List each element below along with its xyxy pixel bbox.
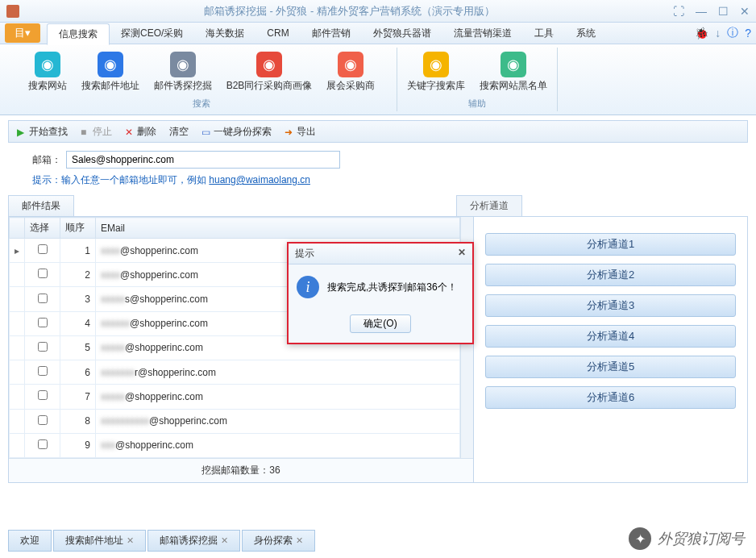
ribbon-搜索网站黑名单[interactable]: ◉搜索网站黑名单 (473, 48, 554, 96)
result-tabs: 邮件结果 分析通道 (8, 195, 748, 217)
menu-crm[interactable]: CRM (255, 24, 300, 42)
menu-mail-marketing[interactable]: 邮件营销 (301, 23, 362, 44)
row-order: 6 (60, 360, 96, 385)
table-row[interactable]: 6xxxxxxxr@shopperinc.com (10, 360, 460, 385)
ribbon: ◉搜索网站◉搜索邮件地址◉邮件诱探挖掘◉B2B同行采购商画像◉展会采购商 搜索 … (0, 44, 756, 115)
ribbon-group-search-label: 搜索 (193, 96, 210, 111)
dialog-title: 提示 (295, 247, 314, 260)
menu-customs[interactable]: 海关数据 (194, 23, 255, 44)
message-dialog: 提示 ✕ i 搜索完成,共诱探到邮箱36个！ 确定(O) (287, 242, 474, 344)
bottom-tab-bar: 欢迎搜索邮件地址✕邮箱诱探挖掘✕身份探索✕ (8, 530, 315, 552)
bottom-tab[interactable]: 搜索邮件地址✕ (53, 530, 146, 552)
close-icon[interactable]: ✕ (740, 5, 750, 18)
export-button[interactable]: ➜导出 (281, 123, 319, 140)
row-email: xxxxxxxxxx@shopperinc.com (96, 409, 460, 433)
row-checkbox-cell[interactable] (25, 263, 60, 287)
minimize-icon[interactable]: — (696, 5, 707, 18)
row-checkbox[interactable] (38, 342, 48, 352)
bottom-tab-label: 欢迎 (20, 534, 39, 548)
tab-close-icon[interactable]: ✕ (296, 535, 303, 546)
row-checkbox-cell[interactable] (25, 335, 60, 360)
maximize-icon[interactable]: ☐ (718, 5, 729, 18)
bottom-tab-label: 搜索邮件地址 (65, 534, 123, 548)
tab-analysis[interactable]: 分析通道 (456, 195, 522, 216)
row-pointer (10, 263, 25, 287)
row-checkbox[interactable] (38, 244, 48, 254)
row-email: xxxxxxxr@shopperinc.com (96, 360, 460, 385)
info-icon[interactable]: ⓘ (727, 26, 738, 40)
menu-arsenal[interactable]: 外贸狼兵器谱 (362, 23, 442, 44)
tab-mail-results[interactable]: 邮件结果 (8, 195, 74, 216)
refresh-icon[interactable]: ↓ (715, 27, 721, 40)
row-checkbox[interactable] (38, 390, 48, 400)
row-pointer (10, 360, 25, 385)
delete-button[interactable]: ✕删除 (122, 123, 160, 140)
channel-button[interactable]: 分析通道4 (485, 325, 736, 348)
menu-info-search[interactable]: 信息搜索 (47, 23, 110, 45)
channel-button[interactable]: 分析通道3 (485, 294, 736, 317)
row-checkbox[interactable] (38, 318, 48, 327)
hint-link[interactable]: huang@waimaolang.cn (209, 174, 310, 185)
dialog-ok-button[interactable]: 确定(O) (350, 314, 410, 333)
stop-button[interactable]: ■停止 (77, 123, 115, 140)
ribbon-icon: ◉ (501, 52, 526, 77)
row-checkbox-cell[interactable] (25, 239, 60, 263)
col-email: EMail (96, 218, 460, 239)
tab-close-icon[interactable]: ✕ (221, 535, 228, 546)
channel-button[interactable]: 分析通道2 (485, 264, 736, 286)
hint-text: 提示：输入任意一个邮箱地址即可，例如 huang@waimaolang.cn (32, 173, 740, 187)
ribbon-邮件诱探挖掘[interactable]: ◉邮件诱探挖掘 (147, 48, 218, 96)
table-row[interactable]: 8xxxxxxxxxx@shopperinc.com (10, 409, 460, 433)
ribbon-icon: ◉ (423, 52, 449, 77)
bottom-tab[interactable]: 身份探索✕ (242, 530, 315, 552)
table-row[interactable]: 7xxxxx@shopperinc.com (10, 385, 460, 409)
menu-ceo[interactable]: 探测CEO/采购 (110, 23, 194, 44)
ribbon-搜索网站[interactable]: ◉搜索网站 (22, 48, 73, 96)
ribbon-关键字搜索库[interactable]: ◉关键字搜索库 (401, 48, 471, 96)
channel-button[interactable]: 分析通道5 (485, 356, 736, 378)
bug-icon[interactable]: 🐞 (695, 27, 708, 40)
row-order: 1 (60, 239, 96, 263)
tab-close-icon[interactable]: ✕ (127, 535, 134, 546)
bottom-tab[interactable]: 邮箱诱探挖掘✕ (147, 530, 240, 552)
ribbon-icon: ◉ (338, 52, 363, 77)
channels-panel: 分析通道1分析通道2分析通道3分析通道4分析通道5分析通道6 (474, 217, 748, 483)
row-checkbox[interactable] (38, 294, 48, 303)
row-checkbox[interactable] (38, 415, 48, 425)
menu-traffic[interactable]: 流量营销渠道 (442, 23, 523, 44)
email-label: 邮箱： (32, 153, 61, 167)
window-title: 邮箱诱探挖掘 - 外贸狼 - 精准外贸客户营销系统（演示专用版） (26, 4, 673, 19)
row-order: 7 (60, 385, 96, 409)
one-click-identity-button[interactable]: ▭一键身份探索 (198, 123, 275, 140)
ribbon-icon: ◉ (170, 52, 196, 77)
email-input[interactable] (66, 151, 340, 169)
row-checkbox-cell[interactable] (25, 311, 60, 335)
channel-button[interactable]: 分析通道6 (485, 386, 736, 409)
ribbon-搜索邮件地址[interactable]: ◉搜索邮件地址 (75, 48, 146, 96)
help-icon[interactable]: ? (745, 27, 751, 40)
clear-button[interactable]: 清空 (166, 123, 192, 140)
channel-button[interactable]: 分析通道1 (485, 233, 736, 256)
table-row[interactable]: 9xxx@shopperinc.com (10, 433, 460, 457)
menu-tools[interactable]: 工具 (523, 23, 565, 44)
email-input-row: 邮箱： (32, 151, 740, 169)
row-checkbox-cell[interactable] (25, 433, 60, 457)
bottom-tab-label: 身份探索 (254, 534, 293, 548)
row-checkbox[interactable] (38, 366, 48, 376)
row-checkbox[interactable] (38, 269, 48, 278)
bottom-tab[interactable]: 欢迎 (8, 530, 52, 552)
ribbon-展会采购商[interactable]: ◉展会采购商 (320, 48, 381, 96)
start-search-button[interactable]: ▶开始查找 (14, 123, 71, 140)
ribbon-B2B同行采购商画像[interactable]: ◉B2B同行采购商画像 (220, 48, 319, 96)
row-checkbox-cell[interactable] (25, 287, 60, 311)
restore-icon[interactable]: ⛶ (673, 5, 684, 18)
dialog-close-icon[interactable]: ✕ (458, 247, 466, 260)
col-order: 顺序 (60, 218, 96, 239)
row-checkbox-cell[interactable] (25, 409, 60, 433)
row-checkbox-cell[interactable] (25, 360, 60, 385)
ribbon-label: 邮件诱探挖掘 (154, 79, 212, 93)
file-menu-button[interactable]: 目▾ (5, 23, 40, 43)
menu-system[interactable]: 系统 (565, 23, 607, 44)
row-checkbox[interactable] (38, 439, 48, 449)
row-checkbox-cell[interactable] (25, 385, 60, 409)
